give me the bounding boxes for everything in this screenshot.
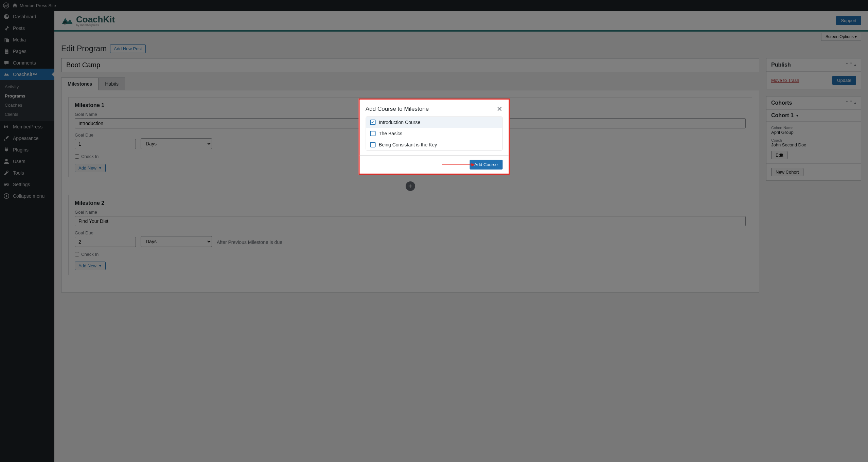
course-label: The Basics xyxy=(379,131,402,136)
course-label: Being Consistant is the Key xyxy=(379,142,437,147)
close-icon[interactable]: ✕ xyxy=(497,105,502,113)
svg-marker-6 xyxy=(471,163,475,166)
modal-title: Add Course to Milestone xyxy=(366,106,429,112)
course-list: Introduction Course The Basics Being Con… xyxy=(366,117,502,150)
course-item[interactable]: Introduction Course xyxy=(366,117,502,128)
annotation-arrow-icon xyxy=(442,162,475,167)
checkbox-icon[interactable] xyxy=(370,120,375,125)
modal-overlay[interactable] xyxy=(0,0,868,462)
course-item[interactable]: Being Consistant is the Key xyxy=(366,139,502,150)
course-label: Introduction Course xyxy=(379,120,420,125)
add-course-modal: Add Course to Milestone ✕ Introduction C… xyxy=(358,99,510,175)
checkbox-icon[interactable] xyxy=(370,142,375,147)
checkbox-icon[interactable] xyxy=(370,131,375,136)
course-item[interactable]: The Basics xyxy=(366,128,502,139)
